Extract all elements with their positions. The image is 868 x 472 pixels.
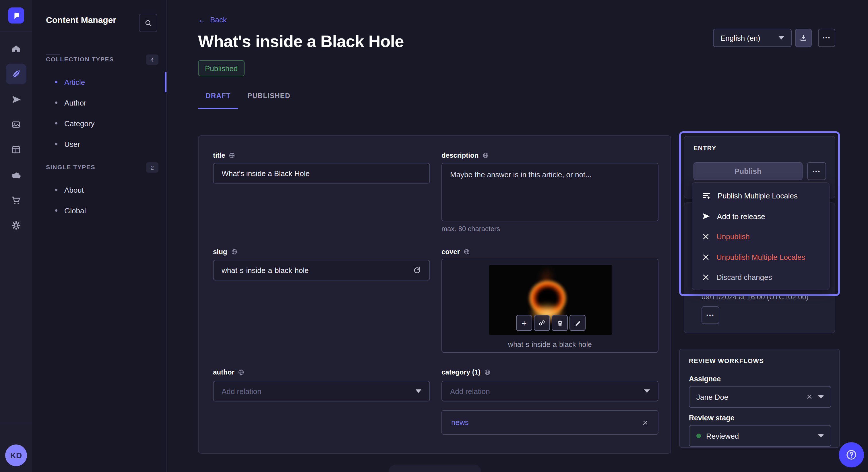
section-label-collection-types: COLLECTION TYPES <box>46 56 114 63</box>
description-helper-text: max. 80 characters <box>441 225 500 233</box>
bullet-icon <box>55 189 57 191</box>
trash-icon <box>556 319 563 327</box>
description-textarea[interactable]: Maybe the answer is in this article, or … <box>441 163 658 222</box>
bullet-icon <box>55 143 57 145</box>
nav-content-type-builder-button[interactable] <box>6 139 26 160</box>
sidebar-item-author[interactable]: Author <box>55 97 86 108</box>
cover-filename: what-s-inside-a-black-hole <box>442 341 658 349</box>
author-relation-combobox[interactable]: Add relation <box>213 381 430 401</box>
menu-item-add-to-release[interactable]: Add to release <box>692 206 829 227</box>
nav-releases-button[interactable] <box>6 89 26 109</box>
slug-field-label: slug <box>213 248 237 256</box>
back-label: Back <box>210 15 227 24</box>
list-plus-icon <box>702 191 711 201</box>
chevron-down-icon <box>778 36 784 40</box>
category-relation-combobox[interactable]: Add relation <box>441 381 658 401</box>
back-link[interactable]: ← Back <box>198 15 227 24</box>
menu-item-discard-changes[interactable]: Discard changes <box>692 267 829 288</box>
subnav-divider <box>46 54 60 55</box>
nav-settings-button[interactable] <box>6 215 26 236</box>
strapi-logo[interactable] <box>8 7 24 24</box>
sidebar-item-category[interactable]: Category <box>55 117 95 129</box>
page-title: What's inside a Black Hole <box>198 32 404 51</box>
paper-plane-icon <box>11 94 22 105</box>
active-tab-underline <box>198 108 238 109</box>
search-icon <box>144 19 152 27</box>
x-icon <box>702 273 710 282</box>
chevron-down-icon <box>644 390 650 393</box>
copy-link-button[interactable] <box>534 315 550 331</box>
layout-icon <box>10 144 22 156</box>
search-button[interactable] <box>139 14 157 32</box>
chevron-down-icon <box>415 390 422 393</box>
title-input[interactable]: What's inside a Black Hole <box>213 163 430 183</box>
export-button[interactable] <box>795 29 812 47</box>
gear-icon <box>10 220 22 231</box>
tab-published[interactable]: PUBLISHED <box>247 92 284 100</box>
home-icon <box>10 43 22 55</box>
sidebar-item-about[interactable]: About <box>55 184 84 196</box>
regenerate-icon[interactable] <box>413 266 422 274</box>
nav-media-library-button[interactable] <box>6 114 26 135</box>
nav-content-manager-button[interactable] <box>6 64 26 84</box>
sidebar-item-global[interactable]: Global <box>55 205 86 216</box>
assignee-value: Jane Doe <box>696 393 801 401</box>
scroll-peek-panel <box>389 465 481 472</box>
link-icon <box>538 319 546 327</box>
x-icon <box>702 233 710 241</box>
subnav-title: Content Manager <box>46 15 116 25</box>
collection-types-count-badge: 4 <box>146 55 158 65</box>
strapi-logo-icon <box>11 11 21 20</box>
category-field-label: category (1) <box>441 368 491 376</box>
sidebar-item-article[interactable]: Article <box>55 76 85 88</box>
publish-button[interactable]: Publish <box>693 162 803 180</box>
pencil-icon <box>574 319 581 327</box>
menu-item-publish-multiple-locales[interactable]: Publish Multiple Locales <box>692 186 829 206</box>
nav-cloud-button[interactable] <box>6 165 26 185</box>
menu-item-unpublish-multiple-locales[interactable]: Unpublish Multiple Locales <box>692 247 829 267</box>
review-stage-combobox[interactable]: Reviewed <box>689 425 831 447</box>
single-types-count-badge: 2 <box>146 162 158 173</box>
plus-icon: + <box>522 318 527 328</box>
assignee-combobox[interactable]: Jane Doe <box>689 386 831 408</box>
cover-actions-toolbar: + <box>516 315 586 331</box>
entry-actions-menu: Publish Multiple Locales Add to release … <box>692 182 830 290</box>
main-nav-rail: KD <box>0 0 33 472</box>
bullet-icon <box>55 122 57 125</box>
category-news-link[interactable]: news <box>451 418 642 427</box>
sidebar-item-user[interactable]: User <box>55 138 80 150</box>
edit-media-button[interactable] <box>569 315 586 331</box>
download-icon <box>799 34 808 42</box>
subnav-scrollbar[interactable] <box>165 72 166 92</box>
tab-draft[interactable]: DRAFT <box>198 92 238 100</box>
back-arrow-icon: ← <box>198 15 206 24</box>
bullet-icon <box>55 81 57 83</box>
bullet-icon <box>55 102 57 104</box>
entry-form-panel: title What's inside a Black Hole descrip… <box>198 135 671 453</box>
slug-input[interactable]: what-s-inside-a-black-hole <box>213 260 430 280</box>
release-more-button[interactable]: ••• <box>702 306 719 324</box>
locale-select[interactable]: English (en) <box>713 29 792 47</box>
help-button[interactable] <box>839 442 864 467</box>
entry-more-button[interactable]: ••• <box>807 162 826 180</box>
remove-category-button[interactable] <box>642 419 649 426</box>
bullet-icon <box>55 209 57 212</box>
more-icon: ••• <box>813 168 820 174</box>
review-workflows-title: REVIEW WORKFLOWS <box>689 357 764 364</box>
description-field-label: description <box>441 151 489 160</box>
menu-item-unpublish[interactable]: Unpublish <box>692 227 829 247</box>
chevron-down-icon <box>818 434 824 438</box>
user-avatar[interactable]: KD <box>5 444 27 466</box>
stage-value: Reviewed <box>706 432 813 440</box>
globe-icon <box>484 369 491 376</box>
nav-home-button[interactable] <box>6 38 26 59</box>
add-media-button[interactable]: + <box>516 315 532 331</box>
cover-media-field: + what-s-inside-a-black-hole <box>441 259 658 353</box>
feather-icon <box>10 68 22 80</box>
nav-bottom-divider <box>0 423 32 423</box>
delete-media-button[interactable] <box>552 315 568 331</box>
chevron-down-icon <box>818 395 824 399</box>
nav-marketplace-button[interactable] <box>6 190 26 210</box>
clear-assignee-button[interactable] <box>806 394 813 400</box>
header-more-button[interactable]: ••• <box>818 29 835 47</box>
